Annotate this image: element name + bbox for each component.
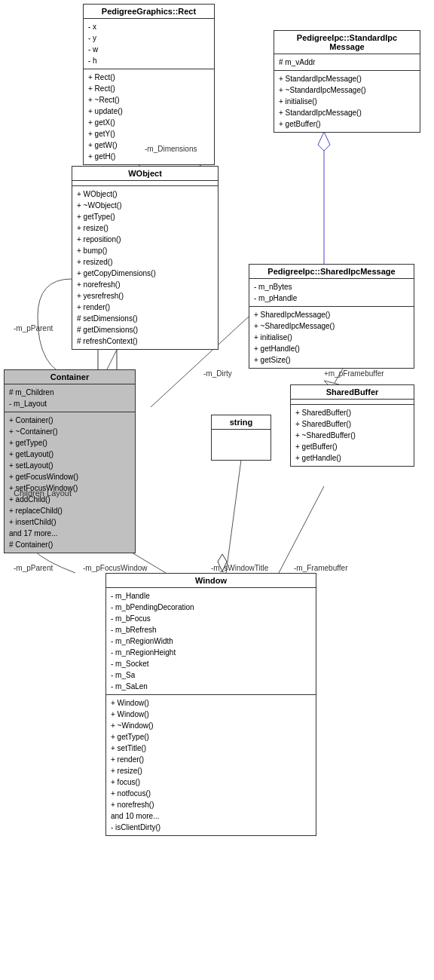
shared-ipc-box: PedigreeIpc::SharedIpcMessage - m_nBytes… — [249, 264, 414, 369]
wobject-methods: + WObject()+ ~WObject()+ getType()+ resi… — [72, 186, 218, 349]
standard-ipc-title: PedigreeIpc::StandardIpcMessage — [274, 31, 420, 54]
pedigree-rect-title: PedigreeGraphics::Rect — [84, 5, 214, 19]
shared-buffer-title: SharedBuffer — [291, 385, 414, 400]
wobject-empty — [72, 181, 218, 186]
container-box: Container # m_Children- m_Layout + Conta… — [4, 369, 136, 553]
window-box: Window - m_Handle- m_bPendingDecoration-… — [105, 573, 316, 836]
standard-ipc-fields: # m_vAddr — [274, 54, 420, 71]
window-fields: - m_Handle- m_bPendingDecoration- m_bFoc… — [106, 588, 316, 695]
shared-ipc-title: PedigreeIpc::SharedIpcMessage — [249, 265, 414, 279]
wobject-box: WObject + WObject()+ ~WObject()+ getType… — [72, 166, 219, 350]
svg-line-17 — [226, 460, 241, 573]
string-box: string — [211, 415, 271, 461]
wobject-title: WObject — [72, 167, 218, 181]
standard-ipc-box: PedigreeIpc::StandardIpcMessage # m_vAdd… — [274, 30, 420, 133]
m-swindowtitle-label: -m_sWindowTitle — [211, 564, 268, 572]
shared-buffer-methods: + SharedBuffer()+ SharedBuffer()+ ~Share… — [291, 405, 414, 466]
window-title: Window — [106, 574, 316, 588]
m-dimensions-label: -m_Dimensions — [145, 145, 197, 153]
pedigree-rect-box: PedigreeGraphics::Rect - x- y- w- h + Re… — [83, 4, 215, 165]
shared-buffer-box: SharedBuffer + SharedBuffer()+ SharedBuf… — [290, 384, 414, 467]
m-dirty-label: -m_Dirty — [203, 369, 232, 378]
container-fields: # m_Children- m_Layout — [5, 384, 135, 412]
children-layout-label: Children Layout — [14, 488, 72, 498]
pedigree-rect-fields: - x- y- w- h — [84, 19, 214, 69]
shared-ipc-methods: + SharedIpcMessage()+ ~SharedIpcMessage(… — [249, 307, 414, 368]
shared-ipc-fields: - m_nBytes- m_pHandle — [249, 279, 414, 307]
m-pframebuffer-label: +m_pFramebuffer — [324, 369, 384, 378]
container-title: Container — [5, 370, 135, 384]
m-pfocuswindow-label: -m_pFocusWindow — [83, 564, 148, 572]
m-pparent-top-label: -m_pParent — [14, 324, 53, 332]
container-methods: + Container()+ ~Container()+ getType()+ … — [5, 412, 135, 553]
svg-marker-12 — [318, 132, 330, 151]
standard-ipc-methods: + StandardIpcMessage()+ ~StandardIpcMess… — [274, 71, 420, 132]
window-methods: + Window()+ Window()+ ~Window()+ getType… — [106, 695, 316, 835]
string-empty — [212, 430, 270, 460]
m-framebuffer-label: -m_Framebuffer — [294, 564, 348, 572]
m-pparent-bottom-label: -m_pParent — [14, 564, 53, 572]
string-title: string — [212, 415, 270, 430]
svg-line-18 — [279, 486, 324, 573]
diagram-container: PedigreeGraphics::Rect - x- y- w- h + Re… — [0, 0, 434, 980]
shared-buffer-empty — [291, 400, 414, 405]
